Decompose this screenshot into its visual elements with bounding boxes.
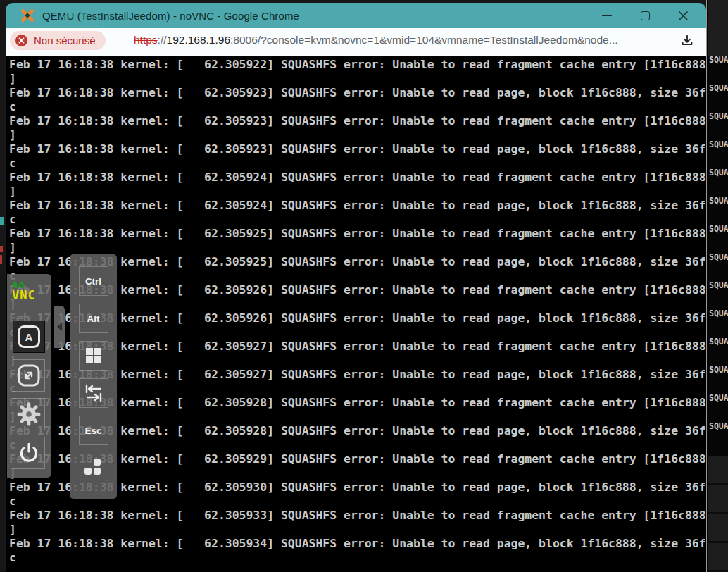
vnc-console-canvas[interactable]: Feb 17 16:18:38 kernel: [ 62.305922] SQU… [6, 56, 706, 572]
security-chip-label: Non sécurisé [34, 35, 96, 46]
background-console-fragment: SQUA [709, 197, 728, 206]
extra-keys-dots-icon [82, 456, 106, 480]
download-button[interactable] [677, 30, 698, 51]
background-console-fragment: SQUA [709, 337, 728, 347]
url-separator: :// [158, 34, 167, 46]
windows-icon [86, 348, 101, 363]
download-icon [679, 33, 695, 49]
power-icon [16, 440, 42, 466]
background-console-fragment: SQUA [709, 422, 728, 431]
console-line: Feb 17 16:18:38 kernel: [ 62.305923] SQU… [9, 86, 706, 100]
background-window-sliver: SQUASQUASQUASQUASQUASQUASQUASQUASQUASQUA… [706, 0, 728, 572]
url-field[interactable]: https://192.168.1.96:8006/?console=kvm&n… [134, 28, 618, 52]
background-console-fragment: SQUA [709, 84, 728, 93]
gear-icon [16, 402, 42, 427]
fullscreen-button[interactable] [13, 359, 45, 392]
extra-keys-panel: Ctrl Alt Esc [70, 254, 117, 499]
keyboard-icon-letter: A [25, 331, 33, 343]
console-line: c [9, 213, 706, 227]
novnc-logo-vnc: VNC [12, 290, 51, 301]
background-console-fragment: SQUA [709, 394, 728, 403]
console-line: ] [9, 72, 706, 86]
alt-key-button[interactable]: Alt [79, 304, 108, 333]
console-line: Feb 17 16:18:38 kernel: [ 62.305922] SQU… [9, 58, 706, 72]
fullscreen-icon [17, 363, 41, 387]
url-host: 192.168.1.96 [167, 34, 231, 46]
console-line: c [9, 551, 706, 565]
settings-button[interactable] [13, 398, 45, 430]
url-scheme: https [134, 34, 158, 46]
browser-window: QEMU (TestInstallJeedom) - noVNC - Googl… [6, 3, 706, 572]
console-line: ] [9, 128, 706, 142]
console-line: Feb 17 16:18:38 kernel: [ 62.305923] SQU… [9, 114, 706, 128]
close-button[interactable] [664, 3, 702, 28]
esc-key-label: Esc [84, 425, 101, 436]
close-icon [678, 11, 689, 21]
desktop-artifact [0, 246, 3, 252]
background-console-fragment: SQUA [709, 140, 728, 149]
disconnect-button[interactable] [13, 437, 45, 469]
console-line: Feb 17 16:18:38 kernel: [ 62.305923] SQU… [9, 142, 706, 156]
console-line: Feb 17 16:18:38 kernel: [ 62.305925] SQU… [9, 227, 706, 241]
console-line: c [9, 100, 706, 114]
console-line: c [9, 156, 706, 170]
toggle-extra-keys-button[interactable] [79, 453, 108, 483]
maximize-icon [641, 11, 650, 20]
console-line: Feb 17 16:18:38 kernel: [ 62.305934] SQU… [9, 537, 706, 551]
desktop-artifact [0, 217, 4, 225]
background-console-fragment: SQUA [709, 281, 728, 290]
tab-icon [82, 383, 105, 404]
title-bar[interactable]: QEMU (TestInstallJeedom) - noVNC - Googl… [6, 3, 706, 28]
url-rest: :8006/?console=kvm&novnc=1&vmid=104&vmna… [230, 34, 618, 46]
background-console-fragment: SQUA [709, 225, 728, 234]
console-line: ] [9, 523, 706, 537]
window-title: QEMU (TestInstallJeedom) - noVNC - Googl… [42, 10, 299, 22]
ctrl-key-label: Ctrl [85, 276, 101, 287]
console-line: ] [9, 241, 706, 255]
ctrl-key-button[interactable]: Ctrl [79, 266, 108, 296]
background-console-fragment: SQUA [709, 56, 728, 65]
minimize-button[interactable] [588, 3, 626, 28]
background-window-corner [708, 0, 728, 56]
background-window-rows [708, 456, 728, 572]
console-line: ] [9, 185, 706, 199]
chevron-left-icon [57, 323, 62, 331]
keyboard-icon: A [18, 325, 40, 348]
alt-key-label: Alt [87, 313, 100, 324]
address-bar: Non sécurisé https://192.168.1.96:8006/?… [6, 28, 706, 56]
not-secure-icon [15, 35, 27, 46]
novnc-logo: no VNC [7, 274, 51, 301]
background-console-fragment: SQUA [709, 366, 728, 375]
maximize-button[interactable] [626, 3, 664, 28]
novnc-control-bar: no VNC A [7, 274, 51, 478]
desktop-artifact [0, 255, 2, 264]
esc-key-button[interactable]: Esc [79, 416, 108, 445]
tab-key-button[interactable] [79, 378, 108, 408]
background-console-fragment: SQUA [709, 309, 728, 318]
console-line: Feb 17 16:18:38 kernel: [ 62.305924] SQU… [9, 170, 706, 185]
console-line: Feb 17 16:18:38 kernel: [ 62.305924] SQU… [9, 199, 706, 213]
windows-key-button[interactable] [79, 341, 108, 371]
control-bar-handle[interactable] [54, 306, 65, 348]
console-line: Feb 17 16:18:38 kernel: [ 62.305933] SQU… [9, 509, 706, 523]
background-console-fragment: SQUA [709, 253, 728, 262]
security-chip[interactable]: Non sécurisé [10, 31, 106, 50]
background-console-fragment: SQUA [709, 112, 728, 121]
minimize-icon [602, 15, 612, 16]
extra-keys-toggle-button[interactable]: A [13, 321, 45, 353]
proxmox-favicon-icon [20, 8, 35, 23]
background-console-fragment: SQUA [709, 168, 728, 178]
